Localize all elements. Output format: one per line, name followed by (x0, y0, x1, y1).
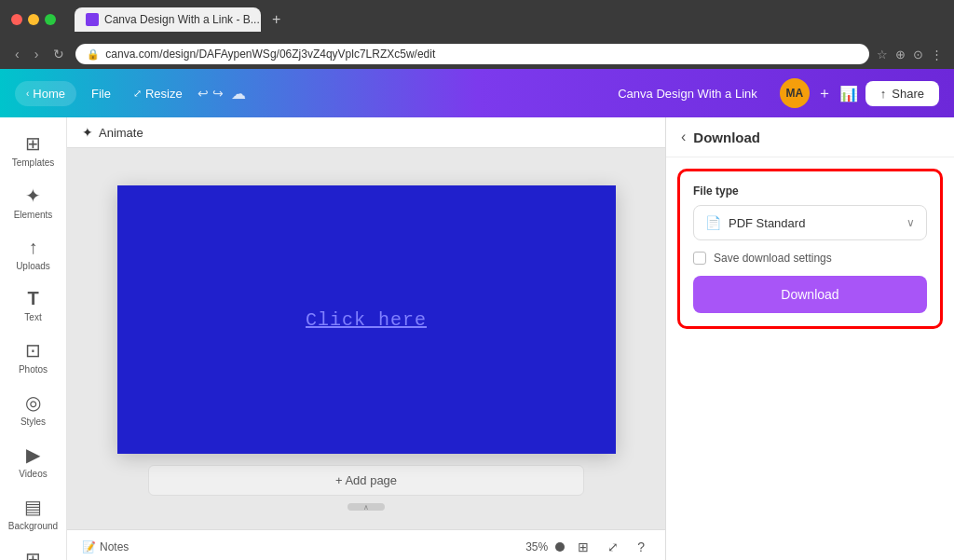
main-content: ⊞ Templates ✦ Elements ↑ Uploads T Text … (0, 117, 954, 560)
canvas-handle[interactable]: ∧ (348, 503, 385, 511)
resize-icon: ⤢ (133, 88, 142, 100)
menu-button[interactable]: ⋮ (931, 48, 943, 61)
nav-history: ↩ ↪ (198, 86, 224, 101)
sidebar-item-styles[interactable]: ◎ Styles (4, 384, 63, 434)
refresh-button[interactable]: ↻ (49, 43, 68, 65)
chevron-down-icon: ∨ (906, 216, 915, 229)
bottom-actions: ⊞ ⤢ ? (572, 538, 650, 556)
file-label: File (91, 87, 111, 101)
tab-title: Canva Design With a Link - B... (104, 13, 260, 26)
sidebar-item-all[interactable]: ⊞ All your de... (4, 540, 63, 560)
animate-icon: ✦ (82, 125, 93, 140)
canvas-area: ✦ Animate Click here + Add page ∧ 📝 Note… (67, 117, 665, 560)
file-type-select[interactable]: 📄 PDF Standard ∨ (693, 205, 927, 240)
zoom-info: 35% (525, 540, 565, 553)
photos-label: Photos (19, 364, 48, 375)
share-label: Share (892, 87, 924, 101)
animate-label: Animate (99, 126, 143, 140)
design-title: Canva Design With a Link (618, 87, 757, 101)
canvas-page[interactable]: Click here (117, 185, 616, 454)
file-button[interactable]: File (84, 81, 118, 106)
download-box: File type 📄 PDF Standard ∨ Save download… (677, 169, 943, 329)
animate-bar: ✦ Animate (67, 117, 665, 148)
notes-icon: 📝 (82, 540, 96, 553)
url-text: canva.com/design/DAFAypenWSg/06Zj3vZ4qyV… (105, 48, 435, 61)
styles-label: Styles (20, 417, 46, 427)
browser-addressbar: ‹ › ↻ 🔒 canva.com/design/DAFAypenWSg/06Z… (0, 39, 954, 69)
download-button[interactable]: Download (693, 276, 927, 313)
traffic-lights (11, 14, 56, 25)
templates-label: Templates (12, 157, 55, 168)
redo-button[interactable]: ↪ (212, 86, 224, 101)
sidebar-item-elements[interactable]: ✦ Elements (4, 177, 63, 227)
notes-label: Notes (100, 540, 129, 553)
help-button[interactable]: ? (632, 538, 650, 556)
panel-back-button[interactable]: ‹ (681, 129, 686, 145)
uploads-label: Uploads (16, 261, 50, 271)
sidebar: ⊞ Templates ✦ Elements ↑ Uploads T Text … (0, 117, 67, 560)
home-label: Home (33, 87, 65, 101)
sidebar-item-templates[interactable]: ⊞ Templates (4, 125, 63, 175)
panel-header: ‹ Download (666, 117, 954, 157)
save-settings-checkbox[interactable] (693, 252, 706, 265)
forward-button[interactable]: › (31, 43, 43, 65)
save-settings-label: Save download settings (714, 252, 832, 265)
zoom-slider-handle[interactable] (555, 542, 565, 552)
sidebar-item-photos[interactable]: ⊡ Photos (4, 332, 63, 382)
back-button[interactable]: ‹ (11, 43, 23, 65)
add-page-button[interactable]: + Add page (148, 465, 584, 496)
background-label: Background (8, 521, 58, 531)
sidebar-item-uploads[interactable]: ↑ Uploads (4, 229, 63, 279)
canvas-link-text[interactable]: Click here (306, 309, 427, 331)
right-panel: ‹ Download File type 📄 PDF Standard ∨ Sa… (665, 117, 954, 560)
top-nav: ‹ Home File ⤢ Resize ↩ ↪ ☁ Canva Design … (0, 69, 954, 117)
chevron-left-icon: ‹ (26, 89, 29, 99)
active-tab[interactable]: Canva Design With a Link - B... ✕ (75, 7, 261, 32)
videos-icon: ▶ (26, 444, 40, 466)
close-traffic-light[interactable] (11, 14, 22, 25)
cloud-save-button[interactable]: ☁ (231, 85, 246, 102)
zoom-label: 35% (525, 540, 548, 553)
browser-chrome: Canva Design With a Link - B... ✕ + ‹ › … (0, 0, 954, 69)
extensions-button[interactable]: ⊕ (895, 48, 906, 61)
share-button[interactable]: ↑ Share (865, 81, 939, 106)
pdf-icon: 📄 (705, 215, 721, 230)
bottom-bar: 📝 Notes 35% ⊞ ⤢ ? (67, 529, 665, 560)
bookmark-button[interactable]: ☆ (877, 48, 888, 61)
add-page-label: + Add page (335, 473, 397, 487)
fullscreen-button[interactable]: ⤢ (602, 538, 624, 556)
text-icon: T (27, 288, 38, 309)
notes-button[interactable]: 📝 Notes (82, 540, 129, 553)
canvas-scroll[interactable]: Click here + Add page ∧ (67, 148, 665, 529)
home-button[interactable]: ‹ Home (15, 81, 76, 106)
nav-right: MA ＋ 📊 ↑ Share (780, 78, 939, 108)
avatar[interactable]: MA (780, 78, 810, 108)
templates-icon: ⊞ (25, 132, 41, 155)
back-icon: ‹ (681, 129, 686, 144)
add-collaborator-button[interactable]: ＋ (817, 84, 832, 103)
undo-button[interactable]: ↩ (198, 86, 209, 101)
sidebar-item-background[interactable]: ▤ Background (4, 488, 63, 539)
all-icon: ⊞ (25, 548, 41, 560)
sidebar-item-text[interactable]: T Text (4, 280, 63, 330)
videos-label: Videos (19, 469, 47, 479)
minimize-traffic-light[interactable] (28, 14, 39, 25)
resize-button[interactable]: ⤢ Resize (126, 81, 190, 106)
fullscreen-traffic-light[interactable] (45, 14, 56, 25)
file-type-label: File type (693, 184, 927, 198)
save-settings: Save download settings (693, 252, 927, 265)
panel-title: Download (693, 130, 760, 145)
resize-label: Resize (145, 87, 183, 101)
profile-button[interactable]: ⊙ (913, 48, 923, 61)
browser-actions: ☆ ⊕ ⊙ ⋮ (877, 48, 943, 61)
browser-titlebar: Canva Design With a Link - B... ✕ + (0, 0, 954, 39)
lock-icon: 🔒 (87, 48, 100, 61)
grid-view-button[interactable]: ⊞ (572, 538, 594, 556)
tab-favicon (86, 13, 99, 26)
analytics-button[interactable]: 📊 (839, 85, 858, 102)
elements-icon: ✦ (25, 184, 41, 207)
sidebar-item-videos[interactable]: ▶ Videos (4, 436, 63, 486)
app: ‹ Home File ⤢ Resize ↩ ↪ ☁ Canva Design … (0, 69, 954, 560)
new-tab-button[interactable]: + (265, 7, 288, 32)
address-bar[interactable]: 🔒 canva.com/design/DAFAypenWSg/06Zj3vZ4q… (75, 44, 869, 64)
